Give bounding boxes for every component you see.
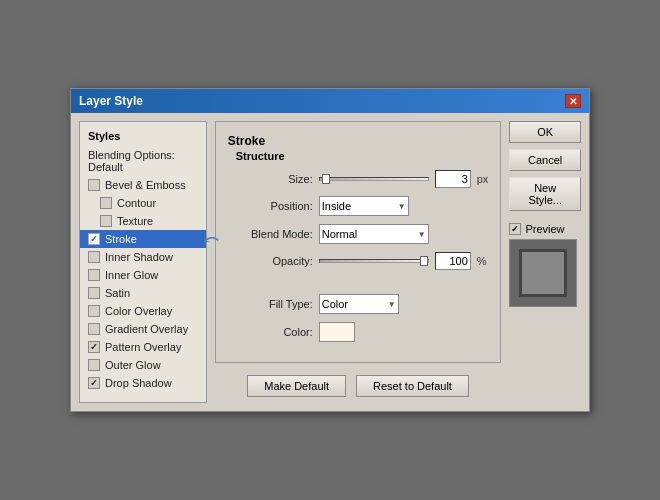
texture-checkbox[interactable]	[100, 215, 112, 227]
inner-shadow-label: Inner Shadow	[105, 251, 173, 263]
stroke-wrapper: ✓ Stroke ⤺	[80, 230, 206, 248]
title-bar: Layer Style ✕	[71, 89, 589, 113]
blend-mode-row: Blend Mode: Normal ▼	[228, 224, 489, 244]
styles-header: Styles	[80, 126, 206, 146]
size-input[interactable]	[435, 170, 471, 188]
stroke-check-mark: ✓	[90, 235, 98, 244]
cancel-button[interactable]: Cancel	[509, 149, 581, 171]
color-swatch[interactable]	[319, 322, 355, 342]
fill-type-label: Fill Type:	[228, 298, 313, 310]
dialog-title: Layer Style	[79, 94, 143, 108]
preview-section: ✓ Preview	[509, 223, 581, 307]
bevel-emboss-checkbox[interactable]	[88, 179, 100, 191]
inner-shadow-checkbox[interactable]	[88, 251, 100, 263]
main-panel: Stroke Structure Size: px Position: Insi…	[215, 121, 502, 403]
preview-checkbox[interactable]: ✓	[509, 223, 521, 235]
size-unit: px	[477, 173, 489, 185]
fill-type-dropdown-arrow: ▼	[388, 300, 396, 309]
size-slider-thumb[interactable]	[322, 174, 330, 184]
close-button[interactable]: ✕	[565, 94, 581, 108]
blend-mode-dropdown[interactable]: Normal ▼	[319, 224, 429, 244]
satin-label: Satin	[105, 287, 130, 299]
drop-shadow-check-mark: ✓	[90, 379, 98, 388]
opacity-unit: %	[477, 255, 487, 267]
gradient-overlay-checkbox[interactable]	[88, 323, 100, 335]
preview-box	[509, 239, 577, 307]
bevel-emboss-label: Bevel & Emboss	[105, 179, 186, 191]
sidebar-item-color-overlay[interactable]: Color Overlay	[80, 302, 206, 320]
sidebar-item-pattern-overlay[interactable]: ✓ Pattern Overlay	[80, 338, 206, 356]
sidebar-item-gradient-overlay[interactable]: Gradient Overlay	[80, 320, 206, 338]
sidebar-item-bevel-emboss[interactable]: Bevel & Emboss	[80, 176, 206, 194]
stroke-label: Stroke	[105, 233, 137, 245]
ok-button[interactable]: OK	[509, 121, 581, 143]
position-dropdown-arrow: ▼	[398, 202, 406, 211]
pattern-overlay-checkbox[interactable]: ✓	[88, 341, 100, 353]
spacer	[228, 278, 489, 286]
preview-label: ✓ Preview	[509, 223, 581, 235]
blend-mode-value: Normal	[322, 228, 357, 240]
fill-type-dropdown[interactable]: Color ▼	[319, 294, 399, 314]
sidebar-item-blending-options[interactable]: Blending Options: Default	[80, 146, 206, 176]
color-row: Color:	[228, 322, 489, 342]
sidebar-item-inner-glow[interactable]: Inner Glow	[80, 266, 206, 284]
layer-style-dialog: Layer Style ✕ Styles Blending Options: D…	[70, 88, 590, 412]
blend-mode-dropdown-arrow: ▼	[418, 230, 426, 239]
preview-text: Preview	[525, 223, 564, 235]
contour-label: Contour	[117, 197, 156, 209]
size-label: Size:	[228, 173, 313, 185]
stroke-section-title: Stroke	[228, 134, 489, 148]
inner-glow-label: Inner Glow	[105, 269, 158, 281]
sidebar-item-contour[interactable]: Contour	[80, 194, 206, 212]
size-row: Size: px	[228, 170, 489, 188]
outer-glow-label: Outer Glow	[105, 359, 161, 371]
gradient-overlay-label: Gradient Overlay	[105, 323, 188, 335]
position-label: Position:	[228, 200, 313, 212]
size-slider[interactable]	[319, 177, 429, 181]
sidebar-item-outer-glow[interactable]: Outer Glow	[80, 356, 206, 374]
stroke-checkbox[interactable]: ✓	[88, 233, 100, 245]
stroke-content-area: Stroke Structure Size: px Position: Insi…	[215, 121, 502, 363]
opacity-input[interactable]	[435, 252, 471, 270]
contour-checkbox[interactable]	[100, 197, 112, 209]
color-overlay-label: Color Overlay	[105, 305, 172, 317]
sidebar-item-stroke[interactable]: ✓ Stroke	[80, 230, 206, 248]
make-default-button[interactable]: Make Default	[247, 375, 346, 397]
texture-label: Texture	[117, 215, 153, 227]
sidebar-item-inner-shadow[interactable]: Inner Shadow	[80, 248, 206, 266]
sidebar-item-texture[interactable]: Texture	[80, 212, 206, 230]
sidebar-item-satin[interactable]: Satin	[80, 284, 206, 302]
fill-type-row: Fill Type: Color ▼	[228, 294, 489, 314]
structure-section-title: Structure	[236, 150, 489, 162]
fill-type-value: Color	[322, 298, 348, 310]
color-overlay-checkbox[interactable]	[88, 305, 100, 317]
preview-check-mark: ✓	[511, 224, 519, 234]
blending-options-label: Blending Options: Default	[88, 149, 198, 173]
left-panel: Styles Blending Options: Default Bevel &…	[79, 121, 207, 403]
reset-to-default-button[interactable]: Reset to Default	[356, 375, 469, 397]
opacity-slider[interactable]	[319, 259, 429, 263]
position-value: Inside	[322, 200, 351, 212]
opacity-slider-thumb[interactable]	[420, 256, 428, 266]
outer-glow-checkbox[interactable]	[88, 359, 100, 371]
pattern-overlay-label: Pattern Overlay	[105, 341, 181, 353]
position-dropdown[interactable]: Inside ▼	[319, 196, 409, 216]
new-style-button[interactable]: New Style...	[509, 177, 581, 211]
opacity-label: Opacity:	[228, 255, 313, 267]
position-row: Position: Inside ▼	[228, 196, 489, 216]
opacity-row: Opacity: %	[228, 252, 489, 270]
bottom-buttons: Make Default Reset to Default	[215, 369, 502, 403]
drop-shadow-label: Drop Shadow	[105, 377, 172, 389]
drop-shadow-checkbox[interactable]: ✓	[88, 377, 100, 389]
dialog-body: Styles Blending Options: Default Bevel &…	[71, 113, 589, 411]
preview-inner	[519, 249, 567, 297]
color-label: Color:	[228, 326, 313, 338]
satin-checkbox[interactable]	[88, 287, 100, 299]
right-panel: OK Cancel New Style... ✓ Preview	[509, 121, 581, 403]
inner-glow-checkbox[interactable]	[88, 269, 100, 281]
pattern-overlay-check-mark: ✓	[90, 343, 98, 352]
sidebar-item-drop-shadow[interactable]: ✓ Drop Shadow	[80, 374, 206, 392]
blend-mode-label: Blend Mode:	[228, 228, 313, 240]
